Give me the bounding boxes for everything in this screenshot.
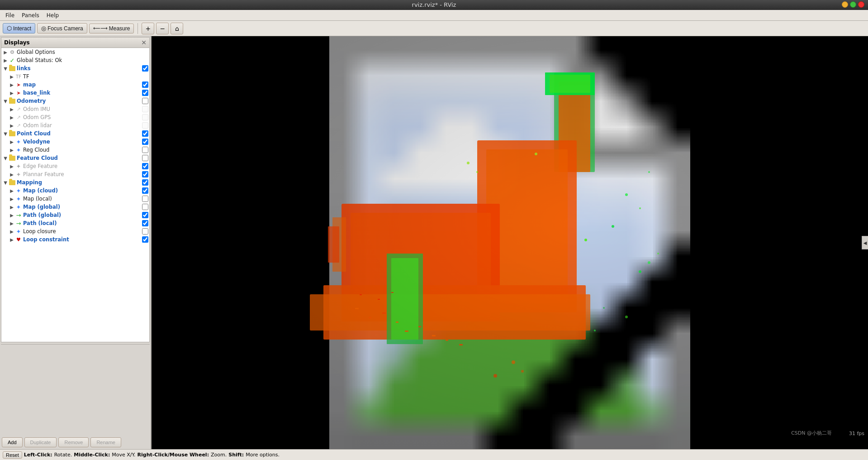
tree-item-map-cloud[interactable]: ▶ ✦ Map (cloud) <box>1 187 149 195</box>
panel-toggle-arrow[interactable]: ◀ <box>862 236 868 249</box>
item-label: Reg Cloud <box>23 147 140 153</box>
tree-item-reg-cloud[interactable]: ▶ ✦ Reg Cloud <box>1 146 149 154</box>
item-checkbox[interactable] <box>142 65 148 72</box>
folder-icon <box>9 154 16 162</box>
expand-icon: ▼ <box>2 99 9 104</box>
item-label: Loop constraint <box>23 236 140 243</box>
expand-icon: ▶ <box>9 115 15 120</box>
menubar: File Panels Help <box>0 10 868 21</box>
tree-item-tf[interactable]: ▶ TF TF <box>1 72 149 81</box>
panel-buttons: Add Duplicate Remove Rename <box>0 436 151 449</box>
tree-item-odom-lidar[interactable]: ▶ ↗ Odom lidar <box>1 121 149 129</box>
item-checkbox[interactable] <box>142 196 148 202</box>
expand-icon: ▼ <box>2 66 9 71</box>
window-controls <box>842 1 864 8</box>
tree-item-global-options[interactable]: ▶ ⚙ Global Options <box>1 48 149 56</box>
close-button[interactable] <box>858 1 864 8</box>
tree-item-base-link[interactable]: ▶ ➤ base_link <box>1 89 149 97</box>
tree-item-odom-imu[interactable]: ▶ ↗ Odom IMU <box>1 105 149 113</box>
zoom-in-button[interactable]: + <box>142 23 154 34</box>
item-checkbox[interactable] <box>142 187 148 194</box>
tree-item-map-local[interactable]: ▶ ✦ Map (local) <box>1 195 149 203</box>
item-label: Odom IMU <box>23 106 140 112</box>
menu-help[interactable]: Help <box>43 11 62 19</box>
interact-label: Interact <box>13 25 31 32</box>
tree-item-odometry[interactable]: ▼ Odometry <box>1 97 149 105</box>
item-label: links <box>17 65 140 72</box>
minimize-button[interactable] <box>842 1 848 8</box>
tree-item-mapping[interactable]: ▼ Mapping <box>1 178 149 187</box>
item-checkbox[interactable] <box>142 114 148 120</box>
focus-camera-button[interactable]: ◎ Focus Camera <box>37 23 87 34</box>
tree-item-edge-feature[interactable]: ▶ ✦ Edge Feature <box>1 162 149 170</box>
item-checkbox[interactable] <box>142 179 148 186</box>
expand-icon: ▶ <box>9 148 15 153</box>
item-checkbox[interactable] <box>142 228 148 235</box>
remove-button[interactable]: Remove <box>58 437 89 447</box>
item-label: Path (local) <box>23 220 140 226</box>
star-icon: ✦ <box>15 228 22 235</box>
item-checkbox[interactable] <box>142 90 148 96</box>
item-label: Map (cloud) <box>23 187 140 194</box>
titlebar: rviz.rviz* - RViz <box>0 0 868 10</box>
tree-item-links[interactable]: ▼ links <box>1 64 149 72</box>
item-checkbox[interactable] <box>142 220 148 226</box>
item-checkbox[interactable] <box>142 163 148 169</box>
item-checkbox[interactable] <box>142 122 148 129</box>
item-label: Global Status: Ok <box>17 57 148 63</box>
tree-item-map[interactable]: ▶ ➤ map <box>1 81 149 89</box>
status-more-options: More options. <box>246 452 280 458</box>
tree-item-loop-closure[interactable]: ▶ ✦ Loop closure <box>1 227 149 235</box>
duplicate-button[interactable]: Duplicate <box>24 437 57 447</box>
item-checkbox[interactable] <box>142 212 148 218</box>
tree-item-map-global[interactable]: ▶ ✦ Map (global) <box>1 203 149 211</box>
item-checkbox[interactable] <box>142 204 148 210</box>
item-label: Global Options <box>17 49 148 55</box>
home-button[interactable]: ⌂ <box>171 23 183 34</box>
tree-item-plannar-feature[interactable]: ▶ ✦ Plannar Feature <box>1 170 149 178</box>
item-label: Plannar Feature <box>23 171 140 177</box>
measure-button[interactable]: ⟵⟶ Measure <box>89 24 134 34</box>
rename-button[interactable]: Rename <box>90 437 121 447</box>
item-checkbox[interactable] <box>142 147 148 153</box>
item-checkbox[interactable] <box>142 236 148 243</box>
tree-item-path-global[interactable]: ▶ → Path (global) <box>1 211 149 219</box>
item-checkbox[interactable] <box>142 106 148 112</box>
item-checkbox[interactable] <box>142 98 148 104</box>
viewport[interactable]: ◀ CSDN @小杨二哥 31 fps <box>152 36 868 449</box>
star-icon: ✦ <box>15 163 22 170</box>
tree-item-global-status[interactable]: ▶ ✓ Global Status: Ok <box>1 56 149 64</box>
arrow-icon: ↗ <box>15 122 22 129</box>
zoom-out-button[interactable]: − <box>156 23 169 34</box>
maximize-button[interactable] <box>850 1 856 8</box>
item-checkbox[interactable] <box>142 139 148 145</box>
item-checkbox[interactable] <box>142 81 148 88</box>
expand-icon: ▶ <box>9 91 15 96</box>
tree-item-velodyne[interactable]: ▶ ✦ Velodyne <box>1 138 149 146</box>
tree-item-loop-constraint[interactable]: ▶ ♥ Loop constraint <box>1 235 149 244</box>
panel-close-button[interactable]: ✕ <box>141 39 147 46</box>
star-icon: ✦ <box>15 138 22 145</box>
tree-item-odom-gps[interactable]: ▶ ↗ Odom GPS <box>1 113 149 121</box>
menu-file[interactable]: File <box>2 11 18 19</box>
item-checkbox[interactable] <box>142 130 148 137</box>
arrow-icon: ➤ <box>15 89 22 96</box>
expand-icon: ▶ <box>9 82 15 87</box>
item-label: Velodyne <box>23 139 140 145</box>
tree-item-path-local[interactable]: ▶ → Path (local) <box>1 219 149 227</box>
watermark: CSDN @小杨二哥 <box>791 430 832 436</box>
item-checkbox[interactable] <box>142 171 148 177</box>
interact-button[interactable]: ⬡ Interact <box>3 23 35 34</box>
add-button[interactable]: Add <box>2 437 23 447</box>
item-label: Feature Cloud <box>17 155 140 161</box>
expand-icon: ▶ <box>2 50 9 55</box>
folder-icon <box>9 65 16 72</box>
displays-panel: Displays ✕ ▶ ⚙ Global Options ▶ ✓ Global… <box>1 37 150 342</box>
expand-icon: ▶ <box>9 221 15 226</box>
tree-item-feature-cloud[interactable]: ▼ Feature Cloud <box>1 154 149 162</box>
expand-icon: ▼ <box>2 180 9 185</box>
menu-panels[interactable]: Panels <box>18 11 43 19</box>
item-checkbox[interactable] <box>142 155 148 161</box>
tree-item-point-cloud[interactable]: ▼ Point Cloud <box>1 129 149 138</box>
reset-button[interactable]: Reset <box>3 451 22 459</box>
